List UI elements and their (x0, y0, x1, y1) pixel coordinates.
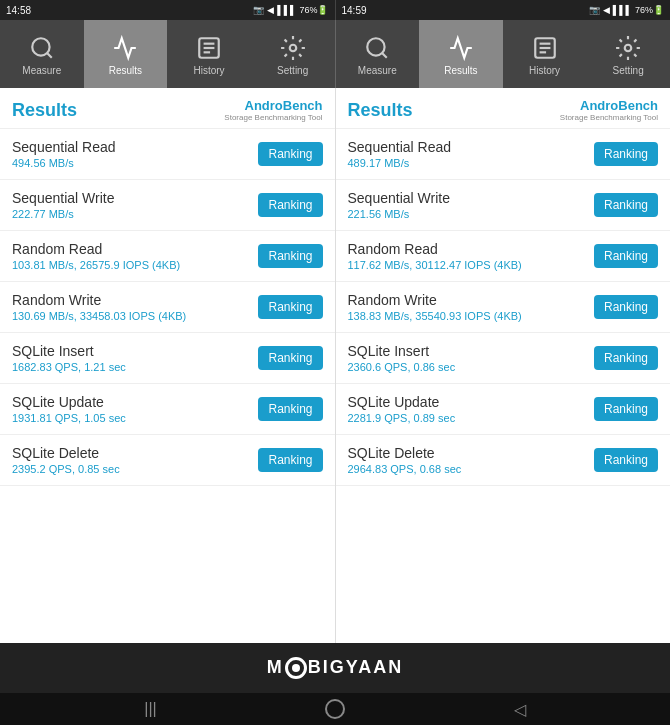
time-right: 14:59 (342, 5, 367, 16)
result-name: Random Write (12, 292, 186, 308)
ranking-button[interactable]: Ranking (258, 142, 322, 166)
status-bars: 14:58 📷◀▌▌▌76%🔋 14:59 📷◀▌▌▌76%🔋 (0, 0, 670, 20)
result-item: SQLite Delete 2395.2 QPS, 0.85 sec Ranki… (0, 435, 335, 486)
result-info: Sequential Write 222.77 MB/s (12, 190, 114, 220)
nav-measure-right[interactable]: Measure (336, 20, 420, 88)
androbench-sub-right: Storage Benchmarking Tool (560, 113, 658, 122)
results-list-left: Sequential Read 494.56 MB/s Ranking Sequ… (0, 129, 335, 643)
result-item: Random Read 117.62 MB/s, 30112.47 IOPS (… (336, 231, 671, 282)
svg-line-1 (47, 53, 52, 58)
nav-history-right-label: History (529, 65, 560, 76)
gesture-home[interactable] (325, 699, 345, 719)
panel-right-title: Results (348, 100, 413, 121)
result-info: SQLite Insert 1682.83 QPS, 1.21 sec (12, 343, 126, 373)
result-item: SQLite Update 2281.9 QPS, 0.89 sec Ranki… (336, 384, 671, 435)
result-item: SQLite Update 1931.81 QPS, 1.05 sec Rank… (0, 384, 335, 435)
panel-left-title: Results (12, 100, 77, 121)
main-content: Results AndroBench Storage Benchmarking … (0, 88, 670, 643)
status-bar-right: 14:59 📷◀▌▌▌76%🔋 (336, 0, 671, 20)
result-name: SQLite Insert (348, 343, 456, 359)
result-value: 222.77 MB/s (12, 208, 114, 220)
nav-history-right[interactable]: History (503, 20, 587, 88)
svg-line-8 (382, 53, 387, 58)
result-info: SQLite Delete 2964.83 QPS, 0.68 sec (348, 445, 462, 475)
result-value: 2964.83 QPS, 0.68 sec (348, 463, 462, 475)
status-icons-left: 📷◀▌▌▌76%🔋 (253, 5, 328, 15)
result-name: Sequential Write (348, 190, 450, 206)
result-name: Random Write (348, 292, 522, 308)
nav-history-left[interactable]: History (167, 20, 251, 88)
result-name: Random Read (12, 241, 180, 257)
nav-bar-left: Measure Results History Setting (0, 20, 336, 88)
ranking-button[interactable]: Ranking (258, 193, 322, 217)
ranking-button[interactable]: Ranking (594, 448, 658, 472)
ranking-button[interactable]: Ranking (258, 295, 322, 319)
androbench-logo-left: AndroBench Storage Benchmarking Tool (224, 98, 322, 122)
gesture-recents[interactable]: ◁ (514, 700, 526, 719)
nav-results-left[interactable]: Results (84, 20, 168, 88)
result-value: 489.17 MB/s (348, 157, 452, 169)
svg-point-6 (289, 44, 296, 51)
result-info: Random Write 130.69 MB/s, 33458.03 IOPS … (12, 292, 186, 322)
result-name: Random Read (348, 241, 522, 257)
result-value: 1931.81 QPS, 1.05 sec (12, 412, 126, 424)
nav-results-right-label: Results (444, 65, 477, 76)
result-name: SQLite Update (348, 394, 456, 410)
panel-right-header: Results AndroBench Storage Benchmarking … (336, 88, 671, 129)
result-name: SQLite Delete (348, 445, 462, 461)
result-value: 1682.83 QPS, 1.21 sec (12, 361, 126, 373)
panel-left-header: Results AndroBench Storage Benchmarking … (0, 88, 335, 129)
result-info: Sequential Read 489.17 MB/s (348, 139, 452, 169)
nav-measure-left[interactable]: Measure (0, 20, 84, 88)
ranking-button[interactable]: Ranking (258, 448, 322, 472)
result-info: Random Write 138.83 MB/s, 35540.93 IOPS … (348, 292, 522, 322)
nav-results-right[interactable]: Results (419, 20, 503, 88)
nav-setting-left[interactable]: Setting (251, 20, 335, 88)
androbench-logo-right: AndroBench Storage Benchmarking Tool (560, 98, 658, 122)
result-name: SQLite Delete (12, 445, 120, 461)
result-item: SQLite Insert 1682.83 QPS, 1.21 sec Rank… (0, 333, 335, 384)
result-name: Sequential Read (348, 139, 452, 155)
ranking-button[interactable]: Ranking (594, 244, 658, 268)
result-value: 103.81 MB/s, 26575.9 IOPS (4KB) (12, 259, 180, 271)
gesture-back[interactable]: ||| (144, 700, 156, 718)
result-item: SQLite Delete 2964.83 QPS, 0.68 sec Rank… (336, 435, 671, 486)
result-info: SQLite Delete 2395.2 QPS, 0.85 sec (12, 445, 120, 475)
nav-setting-right-label: Setting (613, 65, 644, 76)
nav-measure-left-label: Measure (22, 65, 61, 76)
androbench-name-right: AndroBench (580, 98, 658, 113)
result-item: SQLite Insert 2360.6 QPS, 0.86 sec Ranki… (336, 333, 671, 384)
androbench-sub-left: Storage Benchmarking Tool (224, 113, 322, 122)
ranking-button[interactable]: Ranking (594, 142, 658, 166)
result-item: Sequential Read 494.56 MB/s Ranking (0, 129, 335, 180)
nav-setting-right[interactable]: Setting (586, 20, 670, 88)
ranking-button[interactable]: Ranking (258, 346, 322, 370)
result-name: Sequential Write (12, 190, 114, 206)
time-left: 14:58 (6, 5, 31, 16)
result-name: Sequential Read (12, 139, 116, 155)
result-item: Random Write 130.69 MB/s, 33458.03 IOPS … (0, 282, 335, 333)
result-value: 130.69 MB/s, 33458.03 IOPS (4KB) (12, 310, 186, 322)
nav-bar-right: Measure Results History Setting (336, 20, 671, 88)
panel-left: Results AndroBench Storage Benchmarking … (0, 88, 336, 643)
ranking-button[interactable]: Ranking (258, 244, 322, 268)
ranking-button[interactable]: Ranking (594, 397, 658, 421)
result-name: SQLite Update (12, 394, 126, 410)
result-info: Random Read 103.81 MB/s, 26575.9 IOPS (4… (12, 241, 180, 271)
nav-setting-left-label: Setting (277, 65, 308, 76)
result-name: SQLite Insert (12, 343, 126, 359)
result-item: Random Read 103.81 MB/s, 26575.9 IOPS (4… (0, 231, 335, 282)
ranking-button[interactable]: Ranking (594, 295, 658, 319)
gesture-bar: ||| ◁ (0, 693, 670, 725)
result-info: SQLite Insert 2360.6 QPS, 0.86 sec (348, 343, 456, 373)
result-value: 2360.6 QPS, 0.86 sec (348, 361, 456, 373)
svg-point-7 (368, 38, 385, 55)
nav-measure-right-label: Measure (358, 65, 397, 76)
svg-point-0 (32, 38, 49, 55)
result-value: 221.56 MB/s (348, 208, 450, 220)
status-bar-left: 14:58 📷◀▌▌▌76%🔋 (0, 0, 336, 20)
ranking-button[interactable]: Ranking (594, 193, 658, 217)
panel-right: Results AndroBench Storage Benchmarking … (336, 88, 671, 643)
ranking-button[interactable]: Ranking (258, 397, 322, 421)
ranking-button[interactable]: Ranking (594, 346, 658, 370)
